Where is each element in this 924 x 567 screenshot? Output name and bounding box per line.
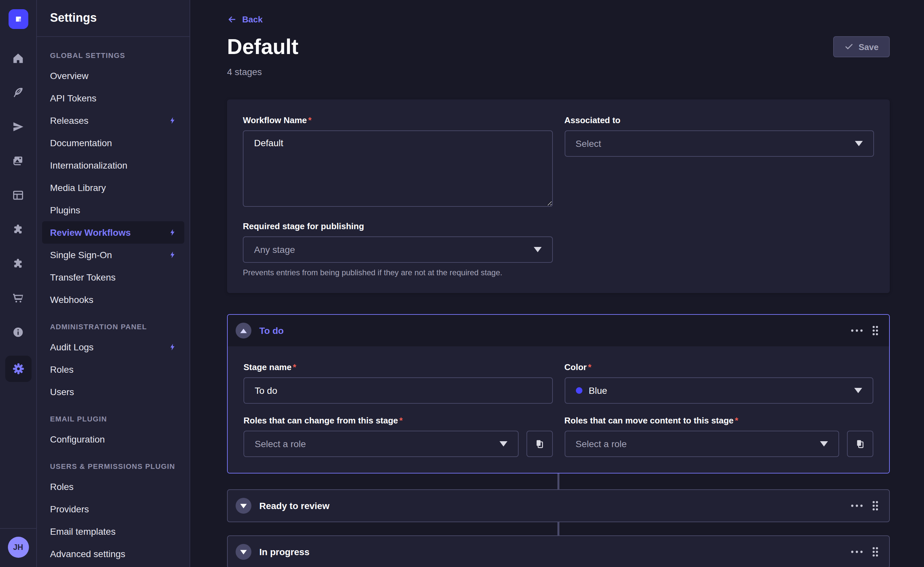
stage-name-input[interactable]: To do	[243, 377, 552, 404]
back-link[interactable]: Back	[227, 15, 262, 24]
roles-from-field: Roles that can change from this stage* S…	[243, 415, 552, 457]
feather-icon	[12, 86, 24, 98]
back-link-label: Back	[242, 15, 262, 24]
blue-color-dot	[576, 387, 582, 394]
sidebar-item-providers[interactable]: Providers	[42, 498, 184, 520]
sidebar-item-users[interactable]: Users	[42, 381, 184, 403]
expand-stage-button[interactable]	[236, 498, 251, 514]
roles-to-copy-button[interactable]	[847, 431, 873, 457]
title-row: Default Save	[227, 34, 890, 60]
stage-drag-handle[interactable]	[872, 501, 879, 511]
cart-icon	[12, 292, 24, 304]
check-icon	[844, 42, 853, 51]
workflow-name-label: Workflow Name*	[243, 115, 552, 125]
settings-rail-button[interactable]	[5, 356, 31, 382]
marketplace-rail-button[interactable]	[8, 253, 28, 274]
chevron-down-icon	[854, 388, 862, 393]
stage-more-button[interactable]	[851, 550, 863, 553]
stage-card-in-progress: In progress	[227, 535, 890, 567]
home-icon	[12, 52, 24, 64]
roles-from-select[interactable]: Select a role	[243, 431, 518, 457]
stage-color-select[interactable]: Blue	[564, 377, 873, 404]
drag-handle-icon	[872, 325, 879, 336]
stage-color-field: Color* Blue	[564, 362, 873, 404]
workflow-name-input[interactable]: Default	[243, 130, 552, 207]
puzzle-icon	[12, 223, 24, 235]
sidebar-item-documentation[interactable]: Documentation	[42, 132, 184, 154]
sidebar-item-transfer-tokens[interactable]: Transfer Tokens	[42, 266, 184, 289]
stage-header: Ready to review	[228, 490, 889, 522]
section-heading: Global settings	[42, 46, 184, 65]
releases-rail-button[interactable]	[8, 116, 28, 137]
sidebar-section-users-permissions: Users & Permissions plugin Roles Provide…	[42, 457, 184, 565]
sidebar-item-single-sign-on[interactable]: Single Sign-On	[42, 244, 184, 266]
stage-drag-handle[interactable]	[872, 325, 879, 336]
sidebar-item-plugins[interactable]: Plugins	[42, 199, 184, 221]
sidebar-section-global: Global settings Overview API Tokens Rele…	[42, 46, 184, 311]
more-horizontal-icon	[851, 504, 863, 507]
stage-color-value: Blue	[576, 385, 854, 396]
sidebar-item-webhooks[interactable]: Webhooks	[42, 289, 184, 311]
sidebar-item-internationalization[interactable]: Internationalization	[42, 154, 184, 176]
stage-color-label: Color*	[564, 362, 873, 372]
stage-drag-handle[interactable]	[872, 547, 879, 557]
sidebar-item-roles-up[interactable]: Roles	[42, 475, 184, 498]
sidebar-item-review-workflows[interactable]: Review Workflows	[42, 221, 184, 244]
chevron-up-icon	[240, 328, 247, 333]
workflow-name-field: Workflow Name* Default	[243, 115, 552, 209]
expand-stage-button[interactable]	[236, 544, 251, 560]
main-content: Back Default Save 4 stages Workflow Name…	[190, 0, 924, 567]
sidebar-item-configuration[interactable]: Configuration	[42, 428, 184, 450]
sidebar-item-roles-admin[interactable]: Roles	[42, 358, 184, 381]
puzzle-icon	[12, 257, 24, 270]
home-icon-button[interactable]	[8, 47, 28, 69]
sidebar-item-email-templates[interactable]: Email templates	[42, 520, 184, 543]
content-builder-button[interactable]	[8, 82, 28, 103]
required-stage-value: Any stage	[254, 244, 533, 255]
required-stage-select[interactable]: Any stage	[243, 236, 552, 263]
sidebar-item-releases[interactable]: Releases	[42, 109, 184, 132]
plugins-rail-button[interactable]	[8, 219, 28, 240]
sidebar-section-admin: Administration panel Audit Logs Roles Us…	[42, 317, 184, 403]
chevron-down-icon	[533, 247, 541, 252]
roles-to-placeholder: Select a role	[576, 439, 820, 449]
section-heading: Administration panel	[42, 317, 184, 336]
sidebar-item-overview[interactable]: Overview	[42, 65, 184, 87]
stage-card-ready-to-review: Ready to review	[227, 489, 890, 522]
sidebar-item-media-library[interactable]: Media Library	[42, 176, 184, 199]
associated-to-select[interactable]: Select	[564, 130, 874, 157]
avatar[interactable]: JH	[8, 537, 28, 558]
stage-header: To do	[228, 315, 889, 346]
drag-handle-icon	[872, 547, 879, 557]
required-stage-label: Required stage for publishing	[243, 221, 552, 231]
sidebar-item-api-tokens[interactable]: API Tokens	[42, 87, 184, 109]
info-rail-button[interactable]	[8, 321, 28, 343]
layout-rail-button[interactable]	[8, 184, 28, 206]
strapi-logo-glyph	[12, 13, 24, 25]
chevron-down-icon	[499, 441, 507, 447]
required-asterisk: *	[588, 362, 591, 372]
associated-to-placeholder: Select	[576, 138, 855, 149]
chevron-down-icon	[855, 141, 863, 146]
roles-from-copy-button[interactable]	[526, 431, 552, 457]
sidebar-item-advanced-settings[interactable]: Advanced settings	[42, 543, 184, 565]
copy-icon	[855, 439, 866, 449]
strapi-logo[interactable]	[8, 9, 28, 29]
purchase-rail-button[interactable]	[8, 287, 28, 308]
save-button[interactable]: Save	[833, 36, 890, 57]
sidebar-item-audit-logs[interactable]: Audit Logs	[42, 336, 184, 358]
lightning-icon	[168, 251, 176, 259]
stage-list: To do Stage name* To do	[227, 314, 890, 567]
lightning-icon	[168, 229, 176, 236]
stage-more-button[interactable]	[851, 329, 863, 332]
stage-more-button[interactable]	[851, 504, 863, 507]
app-root: JH Settings Global settings Overview API…	[0, 0, 924, 567]
media-library-rail-button[interactable]	[8, 150, 28, 171]
sidebar-nav: Global settings Overview API Tokens Rele…	[37, 37, 189, 567]
collapse-stage-button[interactable]	[236, 323, 251, 338]
nav-rail: JH	[0, 0, 37, 567]
stage-actions	[851, 547, 879, 557]
roles-to-select[interactable]: Select a role	[564, 431, 839, 457]
more-horizontal-icon	[851, 329, 863, 332]
required-stage-field: Required stage for publishing Any stage …	[243, 221, 552, 277]
